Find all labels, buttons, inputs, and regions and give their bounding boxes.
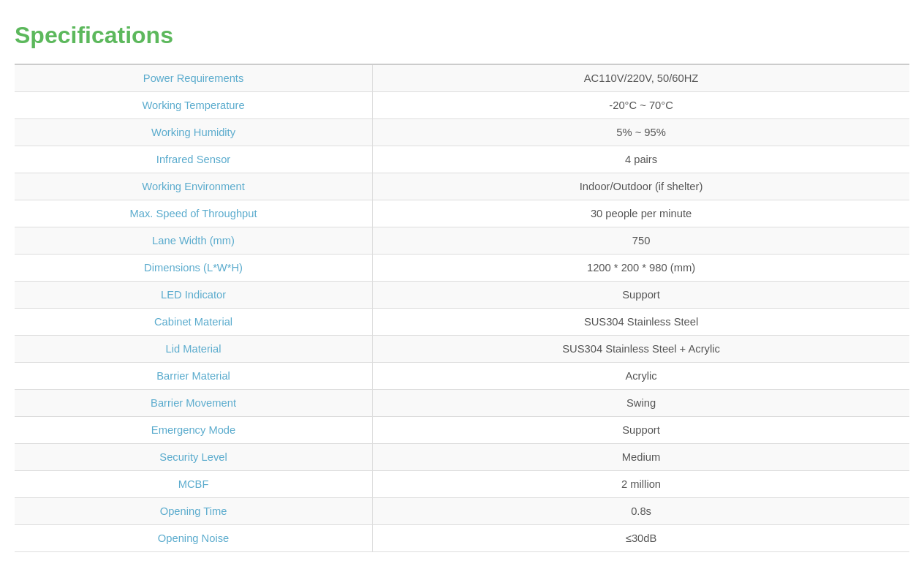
spec-label: Security Level bbox=[15, 444, 373, 471]
spec-value: 1200 * 200 * 980 (mm) bbox=[373, 255, 909, 282]
spec-value: Support bbox=[373, 282, 909, 309]
spec-value: SUS304 Stainless Steel + Acrylic bbox=[373, 336, 909, 363]
table-row: Barrier MaterialAcrylic bbox=[15, 363, 909, 390]
spec-label: Infrared Sensor bbox=[15, 146, 373, 173]
page-title: Specifications bbox=[15, 22, 909, 49]
spec-label: Working Temperature bbox=[15, 92, 373, 119]
spec-label: Max. Speed of Throughput bbox=[15, 200, 373, 227]
spec-value: 4 pairs bbox=[373, 146, 909, 173]
table-row: MCBF2 million bbox=[15, 471, 909, 498]
table-row: Lid MaterialSUS304 Stainless Steel + Acr… bbox=[15, 336, 909, 363]
spec-label: Opening Noise bbox=[15, 525, 373, 552]
table-row: Infrared Sensor4 pairs bbox=[15, 146, 909, 173]
table-row: LED IndicatorSupport bbox=[15, 282, 909, 309]
table-row: Working Humidity5% ~ 95% bbox=[15, 119, 909, 146]
table-row: Max. Speed of Throughput30 people per mi… bbox=[15, 200, 909, 227]
table-row: Working EnvironmentIndoor/Outdoor (if sh… bbox=[15, 173, 909, 200]
spec-value: 0.8s bbox=[373, 498, 909, 525]
table-row: Emergency ModeSupport bbox=[15, 417, 909, 444]
spec-label: Lid Material bbox=[15, 336, 373, 363]
spec-value: -20°C ~ 70°C bbox=[373, 92, 909, 119]
spec-label: Lane Width (mm) bbox=[15, 227, 373, 255]
spec-value: AC110V/220V, 50/60HZ bbox=[373, 64, 909, 92]
spec-value: Support bbox=[373, 417, 909, 444]
spec-label: Emergency Mode bbox=[15, 417, 373, 444]
table-row: Working Temperature-20°C ~ 70°C bbox=[15, 92, 909, 119]
table-row: Barrier MovementSwing bbox=[15, 390, 909, 417]
spec-label: LED Indicator bbox=[15, 282, 373, 309]
spec-label: Cabinet Material bbox=[15, 309, 373, 336]
spec-label: Barrier Material bbox=[15, 363, 373, 390]
spec-value: 2 million bbox=[373, 471, 909, 498]
spec-value: Medium bbox=[373, 444, 909, 471]
spec-label: Barrier Movement bbox=[15, 390, 373, 417]
table-row: Cabinet MaterialSUS304 Stainless Steel bbox=[15, 309, 909, 336]
spec-label: Power Requirements bbox=[15, 64, 373, 92]
table-row: Power RequirementsAC110V/220V, 50/60HZ bbox=[15, 64, 909, 92]
table-row: Security LevelMedium bbox=[15, 444, 909, 471]
table-row: Dimensions (L*W*H)1200 * 200 * 980 (mm) bbox=[15, 255, 909, 282]
spec-value: 750 bbox=[373, 227, 909, 255]
spec-value: Swing bbox=[373, 390, 909, 417]
table-row: Opening Noise≤30dB bbox=[15, 525, 909, 552]
table-row: Opening Time0.8s bbox=[15, 498, 909, 525]
spec-value: SUS304 Stainless Steel bbox=[373, 309, 909, 336]
spec-label: Opening Time bbox=[15, 498, 373, 525]
spec-value: ≤30dB bbox=[373, 525, 909, 552]
spec-label: MCBF bbox=[15, 471, 373, 498]
table-row: Lane Width (mm)750 bbox=[15, 227, 909, 255]
spec-value: 5% ~ 95% bbox=[373, 119, 909, 146]
spec-value: Indoor/Outdoor (if shelter) bbox=[373, 173, 909, 200]
spec-value: Acrylic bbox=[373, 363, 909, 390]
spec-label: Working Humidity bbox=[15, 119, 373, 146]
spec-value: 30 people per minute bbox=[373, 200, 909, 227]
spec-label: Working Environment bbox=[15, 173, 373, 200]
spec-label: Dimensions (L*W*H) bbox=[15, 255, 373, 282]
specs-table: Power RequirementsAC110V/220V, 50/60HZWo… bbox=[15, 64, 909, 552]
